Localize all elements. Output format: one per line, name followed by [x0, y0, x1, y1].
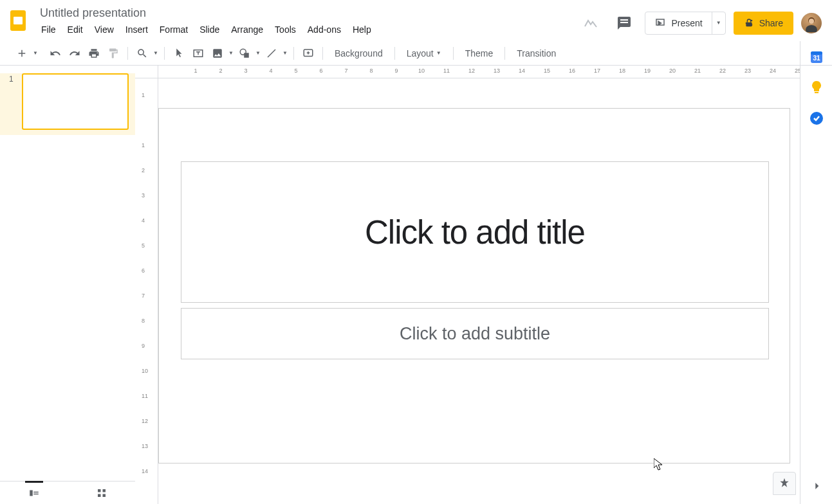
svg-point-4: [806, 25, 817, 32]
redo-button[interactable]: [66, 44, 84, 62]
horizontal-ruler[interactable]: 1123456789101112131415161718192021222324…: [158, 66, 800, 78]
menu-view[interactable]: View: [89, 22, 119, 37]
undo-button[interactable]: [46, 44, 64, 62]
vertical-ruler[interactable]: 11234567891011121314: [135, 78, 158, 504]
toolbar: ▼ ▼ ▼ ▼ ▼ Background Layout▼ Theme Trans…: [0, 41, 832, 66]
tasks-icon[interactable]: [809, 111, 824, 126]
slide-number: 1: [9, 73, 18, 135]
svg-text:31: 31: [813, 55, 820, 62]
slides-logo[interactable]: [5, 8, 31, 33]
zoom-dropdown[interactable]: ▼: [153, 51, 159, 56]
slide-canvas[interactable]: Click to add title Click to add subtitle: [158, 108, 790, 464]
menu-file[interactable]: File: [36, 22, 61, 37]
menubar: File Edit View Insert Format Slide Arran…: [36, 22, 578, 37]
svg-rect-8: [244, 53, 249, 58]
svg-rect-17: [33, 491, 39, 492]
menu-insert[interactable]: Insert: [120, 22, 153, 37]
svg-rect-21: [98, 494, 101, 497]
svg-point-5: [809, 19, 814, 24]
image-dropdown[interactable]: ▼: [228, 51, 234, 56]
comments-icon[interactable]: [611, 10, 637, 36]
present-button[interactable]: Present: [645, 12, 711, 34]
comment-button[interactable]: [299, 44, 317, 62]
grid-view-button[interactable]: [90, 482, 113, 505]
canvas-area[interactable]: Click to add title Click to add subtitle: [158, 78, 800, 504]
subtitle-text: Click to add subtitle: [400, 324, 550, 344]
paint-format-button[interactable]: [104, 44, 122, 62]
svg-rect-14: [815, 92, 818, 93]
share-label: Share: [759, 18, 783, 28]
shape-tool[interactable]: [236, 44, 254, 62]
svg-rect-16: [30, 490, 33, 496]
svg-rect-22: [102, 494, 106, 497]
subtitle-placeholder[interactable]: Click to add subtitle: [181, 308, 769, 359]
print-button[interactable]: [85, 44, 103, 62]
explore-button[interactable]: [773, 472, 796, 495]
filmstrip: 1: [0, 66, 135, 504]
document-title[interactable]: Untitled presentation: [36, 5, 578, 21]
menu-edit[interactable]: Edit: [62, 22, 88, 37]
zoom-button[interactable]: [133, 44, 151, 62]
menu-slide[interactable]: Slide: [194, 22, 225, 37]
image-tool[interactable]: [208, 44, 226, 62]
svg-rect-18: [33, 493, 39, 494]
new-slide-dropdown[interactable]: ▼: [32, 51, 39, 56]
title-text: Click to add title: [365, 213, 585, 251]
layout-button[interactable]: Layout▼: [400, 44, 448, 62]
theme-button[interactable]: Theme: [459, 44, 500, 62]
title-placeholder[interactable]: Click to add title: [181, 161, 769, 303]
menu-help[interactable]: Help: [347, 22, 376, 37]
collapse-sidepanel-icon[interactable]: [809, 478, 824, 494]
ruler-corner: [135, 66, 158, 78]
svg-rect-1: [14, 17, 23, 24]
line-tool[interactable]: [263, 44, 281, 62]
layout-label: Layout: [407, 48, 434, 59]
menu-tools[interactable]: Tools: [270, 22, 301, 37]
menu-format[interactable]: Format: [154, 22, 193, 37]
calendar-icon[interactable]: 31: [809, 49, 824, 64]
side-panel: 31: [800, 41, 832, 504]
text-box-tool[interactable]: [189, 44, 207, 62]
user-avatar[interactable]: [801, 13, 822, 33]
bottom-bar: [0, 481, 135, 504]
line-dropdown[interactable]: ▼: [282, 51, 288, 56]
slide-thumbnail-1[interactable]: 1: [0, 73, 135, 135]
present-dropdown[interactable]: ▼: [712, 12, 725, 34]
activity-icon[interactable]: [578, 10, 604, 36]
filmstrip-view-button[interactable]: [23, 482, 46, 505]
menu-addons[interactable]: Add-ons: [302, 22, 346, 37]
present-label: Present: [671, 18, 702, 28]
share-button[interactable]: Share: [734, 12, 793, 35]
transition-button[interactable]: Transition: [510, 44, 562, 62]
background-button[interactable]: Background: [328, 44, 389, 62]
menu-arrange[interactable]: Arrange: [226, 22, 268, 37]
new-slide-button[interactable]: [13, 44, 31, 62]
svg-line-9: [268, 50, 275, 57]
select-tool[interactable]: [170, 44, 188, 62]
keep-icon[interactable]: [809, 80, 824, 95]
svg-rect-20: [102, 489, 106, 492]
svg-rect-2: [746, 22, 752, 27]
svg-rect-19: [98, 489, 101, 492]
shape-dropdown[interactable]: ▼: [255, 51, 261, 56]
